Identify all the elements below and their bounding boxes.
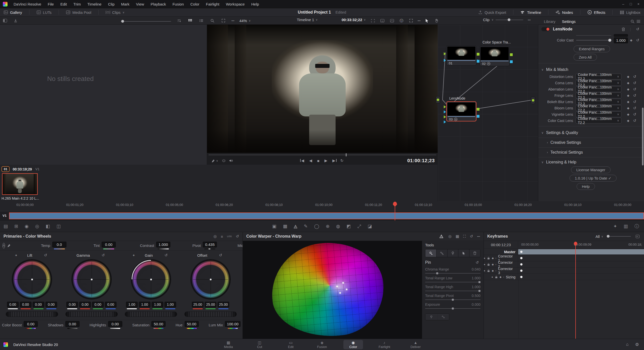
menu-color[interactable]: Color	[187, 2, 203, 6]
add-chained-pin-tool[interactable]	[436, 249, 448, 257]
node-03-lensnode[interactable]: 03fx	[446, 101, 476, 121]
expand-track-icon[interactable]: ›	[496, 269, 496, 272]
split-screen-icon[interactable]: ◫	[57, 224, 61, 229]
gamma-red-value[interactable]: 0.00	[79, 302, 91, 308]
extend-ranges-button[interactable]: Extend Ranges	[574, 46, 610, 52]
track-enable-icon[interactable]: ●	[484, 257, 485, 259]
wheels-mode-icon[interactable]: ◎	[214, 234, 217, 239]
menu-workspace[interactable]: Workspace	[223, 2, 248, 6]
grid-mode-icon[interactable]: ▦	[456, 234, 459, 239]
contrast-value[interactable]: 1.000	[156, 242, 170, 247]
grab-still-icon[interactable]	[13, 18, 19, 24]
section-mix-match[interactable]: ∨Mix & Match	[538, 66, 644, 73]
scopes-icon[interactable]: ▥	[624, 224, 628, 229]
keyframe-diamond-icon[interactable]: ◆	[625, 75, 631, 78]
loop-icon[interactable]: ↻	[340, 158, 344, 163]
blur-icon[interactable]: ◍	[336, 224, 340, 229]
keyframe-diamond-icon[interactable]: ◆	[628, 38, 634, 42]
keyframe-diamond-icon[interactable]: ◆	[492, 269, 494, 272]
reset-icon[interactable]: ↺	[631, 81, 638, 85]
lift-red-value[interactable]: 0.00	[20, 302, 31, 308]
expand-track-icon[interactable]: ›	[496, 257, 496, 259]
reset-icon[interactable]: ↺	[631, 93, 638, 98]
page-fairlight[interactable]: ♪Fairlight	[375, 340, 394, 349]
menu-fairlight[interactable]: Fairlight	[203, 2, 223, 6]
printer-lights-icon[interactable]: +	[15, 253, 17, 257]
viewer-more-icon[interactable]: •••	[418, 19, 421, 22]
pivot-value[interactable]: 0.435	[203, 242, 217, 247]
warper-more-icon[interactable]: •••	[477, 235, 480, 238]
keyframes-playhead-line[interactable]	[575, 245, 576, 339]
section-licensing-help[interactable]: ∨Licensing & Help	[538, 158, 644, 166]
viewer-timecode[interactable]: 00:33:32;22	[342, 18, 362, 22]
stop-icon[interactable]: ■	[317, 159, 319, 163]
node-01[interactable]: 01	[446, 46, 476, 66]
offset-blue-value[interactable]: 25.00	[218, 302, 229, 308]
shadows-value[interactable]: 0.00	[65, 321, 79, 327]
track-enable-icon[interactable]: ●	[492, 276, 493, 278]
hue-value[interactable]: 50.00	[185, 321, 199, 327]
compare-wipe-icon[interactable]: ◧	[46, 224, 50, 229]
section-technical-settings[interactable]: ›Technical Settings	[538, 149, 644, 156]
gamma-blue-value[interactable]: 0.00	[105, 302, 116, 308]
menu-mark[interactable]: Mark	[118, 2, 133, 6]
track-enable-icon[interactable]: ●	[484, 263, 485, 266]
chain-mode-icon[interactable]	[437, 314, 449, 320]
warp-pin[interactable]	[342, 282, 344, 284]
wipe-modes-icon[interactable]	[221, 158, 227, 164]
settings-scrollbar[interactable]	[642, 108, 643, 165]
gamma-wheel[interactable]	[72, 259, 111, 299]
bars-mode-icon[interactable]: ≡	[221, 234, 223, 239]
chroma-warp-plot[interactable]	[243, 241, 422, 339]
highlights-value[interactable]: 0.00	[108, 321, 122, 327]
gamma-master-value[interactable]: 0.00	[66, 302, 78, 308]
page-color[interactable]: ◉Color	[343, 340, 363, 349]
lift-green-value[interactable]: 0.00	[33, 302, 44, 308]
thumbnail-size-slider[interactable]	[121, 21, 171, 22]
lightbox-panel-button[interactable]: Lightbox	[616, 8, 644, 16]
delete-pin-tool[interactable]	[469, 249, 480, 257]
wb-picker-icon[interactable]	[7, 243, 11, 249]
reset-icon[interactable]: ↺	[631, 112, 638, 117]
page-deliver[interactable]: ▲Deliver	[406, 340, 425, 349]
safe-area-icon[interactable]	[370, 18, 376, 24]
expand-track-icon[interactable]: ›	[496, 263, 496, 266]
color-warper-icon[interactable]: ◬	[294, 224, 297, 229]
media-pool-panel-button[interactable]: Media Pool	[62, 8, 95, 16]
node-02[interactable]: 02fx	[479, 46, 510, 66]
offset-green-value[interactable]: 25.00	[205, 302, 216, 308]
keyframe-diamond-icon[interactable]: ◆	[492, 257, 494, 259]
gain-master-value[interactable]: 1.00	[126, 302, 138, 308]
sort-icon[interactable]	[176, 18, 182, 24]
reset-pin-icon[interactable]: ↺	[474, 260, 480, 265]
info-icon[interactable]: ⓘ	[634, 223, 639, 229]
lens-select[interactable]: Cooke Panc...100mm T2.2∨	[576, 118, 621, 123]
kf-track-corrector3[interactable]: ● ◆ › Corrector 3	[484, 268, 644, 274]
reset-gain-icon[interactable]: ↺	[163, 253, 169, 257]
proxy-quality-icon[interactable]: HQ	[379, 18, 385, 24]
cursor-tool-icon[interactable]	[424, 18, 430, 24]
effects-panel-button[interactable]: fx Effects	[584, 8, 609, 16]
play-icon[interactable]: ▶	[325, 158, 328, 163]
kf-track-sizing[interactable]: ● ◆ › Sizing	[484, 274, 644, 280]
node-graph[interactable]: 01 Color Space Tra... 02fx LensNode 03fx	[438, 25, 538, 201]
key-icon[interactable]: ◩	[347, 224, 351, 229]
hand-tool-icon[interactable]	[434, 18, 440, 24]
camera-raw-icon[interactable]: ▣	[272, 224, 276, 229]
reset-icon[interactable]: ↺	[631, 87, 638, 92]
warp-pin[interactable]	[346, 289, 347, 290]
skip-start-icon[interactable]: ◀	[301, 158, 304, 163]
temp-value[interactable]: 0.0	[52, 242, 66, 247]
keyframe-diamond-icon[interactable]: ◆	[625, 106, 631, 110]
reset-lift-icon[interactable]: ↺	[42, 253, 49, 257]
menu-view[interactable]: View	[133, 2, 147, 6]
zero-all-button[interactable]: Zero All	[574, 54, 597, 61]
lock-icon[interactable]	[487, 257, 490, 260]
quick-export-button[interactable]: Quick Export	[474, 8, 510, 16]
menu-davinci-resolve[interactable]: DaVinci Resolve	[10, 2, 45, 6]
keyframe-diamond-icon[interactable]: ◆	[625, 119, 631, 122]
pin-mode-icon[interactable]	[425, 314, 437, 320]
page-cut[interactable]: ◫Cut	[250, 340, 269, 349]
reset-icon[interactable]: ↺	[631, 74, 638, 79]
source-node[interactable]	[436, 96, 440, 104]
